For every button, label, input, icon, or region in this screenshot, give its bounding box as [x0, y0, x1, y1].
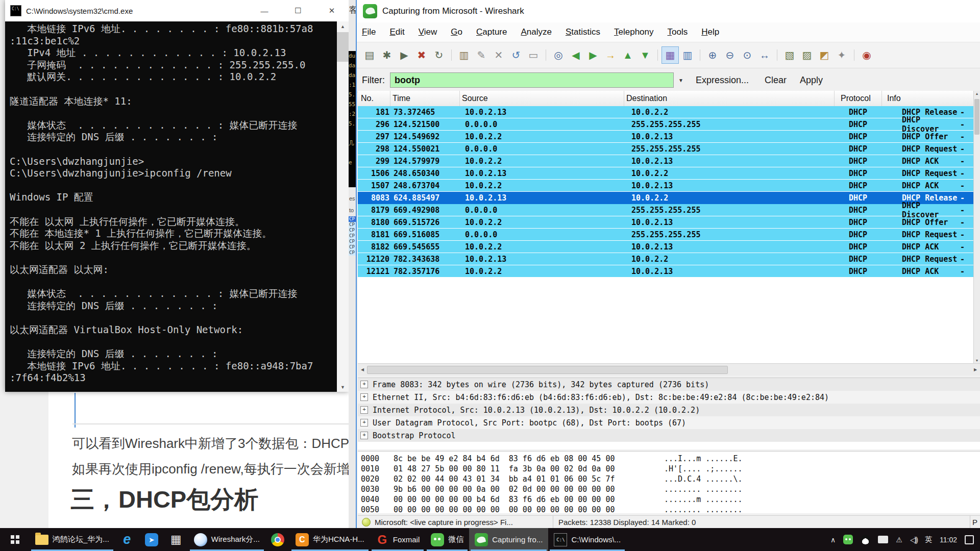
- column-header-source[interactable]: Source: [460, 91, 624, 106]
- goto-packet-icon[interactable]: →: [602, 46, 619, 64]
- autoscroll-icon[interactable]: ▥: [679, 46, 696, 64]
- close-file-icon[interactable]: ✕: [490, 46, 507, 64]
- cmd-titlebar[interactable]: C:\ C:\Windows\system32\cmd.exe — ☐ ✕: [5, 0, 349, 21]
- taskbar-item-wireshark-capturing[interactable]: Capturing fro...: [469, 528, 548, 551]
- expert-info-icon[interactable]: [362, 518, 371, 527]
- expand-icon[interactable]: +: [360, 432, 368, 439]
- taskbar-item-honghu-folder[interactable]: 鸿鹄论坛_华为...: [30, 528, 115, 551]
- scrollbar-thumb[interactable]: [974, 99, 979, 135]
- packet-row[interactable]: 12121 782.357176 10.0.2.2 10.0.2.13 DHCP…: [358, 265, 973, 278]
- help-icon[interactable]: ◉: [858, 46, 875, 64]
- tray-wechat-icon[interactable]: [843, 535, 853, 544]
- menu-telephony[interactable]: Telephony: [614, 27, 654, 37]
- taskbar-item-wechat[interactable]: 微信: [425, 528, 469, 551]
- packet-row[interactable]: 299 124.579979 10.0.2.2 10.0.2.13 DHCP D…: [358, 155, 973, 167]
- packet-list-vscrollbar[interactable]: ▲ ▼: [973, 91, 980, 363]
- apply-button[interactable]: Apply: [800, 75, 823, 86]
- column-header-protocol[interactable]: Protocol: [835, 91, 882, 106]
- taskbar-item-blue-app[interactable]: ➤: [139, 528, 164, 551]
- expand-icon[interactable]: +: [360, 393, 368, 401]
- detail-row[interactable]: + Ethernet II, Src: b4:6d:83:f6:d6:eb (b…: [358, 391, 980, 404]
- column-header-info[interactable]: Info: [882, 91, 980, 106]
- column-header-time[interactable]: Time: [390, 91, 460, 106]
- scrollbar-thumb[interactable]: [367, 366, 728, 374]
- scrollbar-thumb[interactable]: [337, 32, 349, 62]
- expand-icon[interactable]: +: [360, 406, 368, 414]
- zoom-in-icon[interactable]: ⊕: [704, 46, 721, 64]
- capture-options-icon[interactable]: ✱: [378, 46, 396, 64]
- go-bottom-icon[interactable]: ▼: [636, 46, 654, 64]
- go-back-icon[interactable]: ◀: [567, 46, 584, 64]
- filter-dropdown-icon[interactable]: ▼: [674, 72, 688, 88]
- tray-chevron-icon[interactable]: ∧: [830, 536, 836, 544]
- start-capture-icon[interactable]: ▶: [396, 46, 413, 64]
- close-button[interactable]: ✕: [315, 0, 349, 21]
- menu-edit[interactable]: Edit: [389, 27, 404, 37]
- packet-row[interactable]: 1507 248.673704 10.0.2.2 10.0.2.13 DHCP …: [358, 180, 973, 192]
- taskbar-item-foxmail[interactable]: G Foxmail: [370, 528, 426, 551]
- detail-row[interactable]: + Frame 8083: 342 bytes on wire (2736 bi…: [358, 378, 980, 391]
- preferences-icon[interactable]: ✦: [833, 46, 850, 64]
- tray-screen-icon[interactable]: [878, 536, 888, 543]
- stop-capture-icon[interactable]: ✖: [413, 46, 430, 64]
- packet-list-hscrollbar[interactable]: ◀ ▶: [358, 363, 980, 375]
- packet-row[interactable]: 298 124.550021 0.0.0.0 255.255.255.255 D…: [358, 143, 973, 155]
- scroll-up-icon[interactable]: ▲: [974, 92, 980, 95]
- taskbar-item-chrome[interactable]: [265, 528, 290, 551]
- menu-analyze[interactable]: Analyze: [521, 27, 551, 37]
- expand-icon[interactable]: +: [360, 381, 368, 388]
- zoom-100-icon[interactable]: ⊙: [739, 46, 756, 64]
- taskbar-item-calculator[interactable]: ▦: [164, 528, 188, 551]
- tray-volume-icon[interactable]: ◁)): [910, 536, 917, 544]
- scroll-down-icon[interactable]: ▼: [974, 359, 980, 362]
- capture-filter-icon[interactable]: ▧: [781, 46, 798, 64]
- wireshark-titlebar[interactable]: Capturing from Microsoft - Wireshark: [357, 0, 980, 22]
- maximize-button[interactable]: ☐: [281, 0, 315, 21]
- restart-capture-icon[interactable]: ↻: [430, 46, 448, 64]
- taskbar-item-wireshark-page[interactable]: Wireshark分...: [188, 528, 265, 551]
- scroll-left-icon[interactable]: ◀: [358, 367, 367, 372]
- menu-capture[interactable]: Capture: [476, 27, 507, 37]
- menu-help[interactable]: Help: [701, 27, 719, 37]
- list-interfaces-icon[interactable]: ▤: [361, 46, 378, 64]
- zoom-out-icon[interactable]: ⊖: [721, 46, 739, 64]
- column-header-no[interactable]: No.: [358, 91, 390, 106]
- taskbar-item-edge[interactable]: e: [115, 528, 139, 551]
- packet-row[interactable]: 296 124.521500 0.0.0.0 255.255.255.255 D…: [358, 118, 973, 131]
- menu-go[interactable]: Go: [451, 27, 462, 37]
- menu-view[interactable]: View: [419, 27, 437, 37]
- scroll-down-icon[interactable]: ▼: [337, 382, 349, 392]
- tray-qq-icon[interactable]: [861, 535, 870, 544]
- reload-icon[interactable]: ↺: [507, 46, 525, 64]
- clear-button[interactable]: Clear: [765, 75, 787, 86]
- menu-statistics[interactable]: Statistics: [566, 27, 600, 37]
- packet-row[interactable]: 8180 669.515726 10.0.2.2 10.0.2.13 DHCP …: [358, 216, 973, 229]
- tray-clock[interactable]: 11:02: [940, 536, 957, 544]
- expression-button[interactable]: Expression...: [696, 75, 749, 86]
- packet-row[interactable]: 297 124.549692 10.0.2.2 10.0.2.13 DHCP D…: [358, 131, 973, 143]
- start-button[interactable]: [0, 528, 30, 551]
- tray-network-warning-icon[interactable]: ⚠: [896, 536, 902, 544]
- tray-notification-icon[interactable]: [965, 535, 974, 544]
- packet-row[interactable]: 8182 669.545655 10.0.2.2 10.0.2.13 DHCP …: [358, 241, 973, 253]
- colorize-list-icon[interactable]: ▦: [662, 46, 679, 64]
- detail-row[interactable]: + Internet Protocol, Src: 10.0.2.13 (10.…: [358, 404, 980, 416]
- find-packet-icon[interactable]: ◎: [550, 46, 567, 64]
- expand-icon[interactable]: +: [360, 419, 368, 427]
- scroll-right-icon[interactable]: ▶: [971, 367, 980, 372]
- cmd-scrollbar[interactable]: ▲ ▼: [337, 21, 349, 392]
- detail-row[interactable]: + Bootstrap Protocol: [358, 429, 980, 442]
- print-icon[interactable]: ▭: [525, 46, 542, 64]
- menu-tools[interactable]: Tools: [668, 27, 688, 37]
- taskbar-item-hcna-doc[interactable]: C 华为HCNA-H...: [290, 528, 370, 551]
- minimize-button[interactable]: —: [248, 0, 281, 21]
- filter-input[interactable]: [390, 72, 674, 88]
- taskbar-item-cmd[interactable]: C:\ C:\Windows\...: [548, 528, 626, 551]
- go-top-icon[interactable]: ▲: [619, 46, 636, 64]
- packet-row[interactable]: 1506 248.650340 10.0.2.13 10.0.2.2 DHCP …: [358, 167, 973, 180]
- scroll-up-icon[interactable]: ▲: [337, 21, 349, 31]
- packet-row[interactable]: 8083 624.885497 10.0.2.13 10.0.2.2 DHCP …: [358, 192, 973, 204]
- go-forward-icon[interactable]: ▶: [584, 46, 602, 64]
- packet-row[interactable]: 8179 669.492908 0.0.0.0 255.255.255.255 …: [358, 204, 973, 216]
- packet-row[interactable]: 12120 782.343638 10.0.2.13 10.0.2.2 DHCP…: [358, 253, 973, 265]
